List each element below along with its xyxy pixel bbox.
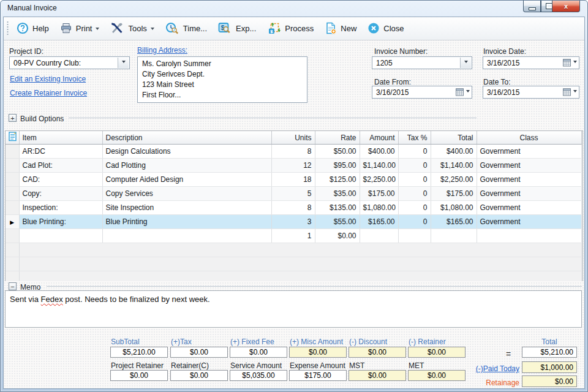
grid-cell-amount[interactable]: $400.00 — [360, 145, 398, 159]
project-id-dropdown-button[interactable] — [118, 58, 129, 68]
grid-cell-units[interactable]: 3 — [271, 215, 315, 229]
totals-top-value[interactable]: $0.00 — [230, 347, 287, 358]
invoice-date-field[interactable]: 3/16/2015 — [483, 56, 579, 69]
invoice-number-dropdown-button[interactable] — [460, 58, 471, 68]
grid-cell-amount[interactable]: $175.00 — [360, 187, 398, 201]
date-from-field[interactable]: 3/16/2015 — [372, 86, 472, 99]
edit-existing-invoice-link[interactable]: Edit an Existing Invoice — [10, 75, 86, 83]
select-all-header[interactable] — [6, 131, 19, 145]
help-button[interactable]: Help — [11, 18, 55, 39]
print-button[interactable]: Print — [55, 18, 105, 39]
totals-bottom-value[interactable]: $175.00 — [289, 370, 347, 381]
billing-address-link[interactable]: Billing Address: — [137, 46, 187, 55]
column-header-tax[interactable]: Tax % — [398, 131, 431, 145]
time-button[interactable]: Time... — [160, 18, 213, 39]
totals-bottom-value[interactable]: $0.00 — [349, 370, 406, 381]
grid-cell-class[interactable]: Government — [477, 201, 581, 215]
memo-textbox[interactable]: Sent via Fedex post. Needs to be finaliz… — [5, 290, 582, 328]
grid-cell-units[interactable]: 5 — [271, 187, 315, 201]
totals-top-value[interactable]: $0.00 — [408, 347, 466, 358]
column-header-description[interactable]: Description — [102, 131, 271, 145]
grid-cell-class[interactable]: Government — [477, 145, 581, 159]
column-header-item[interactable]: Item — [19, 131, 102, 145]
paid-today-value[interactable]: $1,000.00 — [522, 361, 577, 373]
column-header-total[interactable]: Total — [431, 131, 477, 145]
grid-cell-tax[interactable]: 0 — [398, 145, 431, 159]
totals-bottom-value[interactable]: $5,035.00 — [230, 370, 287, 381]
row-selector[interactable] — [6, 145, 19, 159]
memo-collapse-button[interactable]: − — [9, 282, 17, 290]
row-selector[interactable] — [6, 159, 19, 173]
grid-cell-description[interactable]: Computer Aided Design — [102, 173, 271, 187]
totals-top-value[interactable]: $0.00 — [170, 347, 228, 358]
grid-cell-class[interactable]: Government — [477, 173, 581, 187]
grid-cell-units[interactable]: 8 — [271, 201, 315, 215]
grid-cell-description[interactable]: Cad Plotting — [102, 159, 271, 173]
new-button[interactable]: New — [319, 18, 362, 39]
close-window-button[interactable]: x — [552, 1, 580, 12]
tools-button[interactable]: Tools — [105, 18, 159, 39]
grid-cell-amount[interactable]: $2,250.00 — [360, 173, 398, 187]
row-selector[interactable] — [6, 243, 19, 257]
grid-cell-class[interactable]: Government — [477, 159, 581, 173]
grid-cell-total[interactable] — [431, 229, 477, 243]
column-header-units[interactable]: Units — [271, 131, 315, 145]
grid-cell-item[interactable]: Blue Printing: — [19, 215, 102, 229]
grid-cell-total[interactable]: $2,250.00 — [431, 173, 477, 187]
totals-top-value[interactable]: $0.00 — [289, 347, 347, 358]
grid-cell-item[interactable]: CAD: — [19, 173, 102, 187]
grid-cell-rate[interactable]: $55.00 — [315, 215, 360, 229]
process-button[interactable]: Process — [262, 18, 319, 39]
grid-cell-rate[interactable]: $135.00 — [315, 201, 360, 215]
totals-top-value[interactable]: $5,210.00 — [110, 347, 168, 358]
grid-cell-amount[interactable]: $1,140.00 — [360, 159, 398, 173]
column-header-amount[interactable]: Amount — [360, 131, 398, 145]
grid-cell-total[interactable]: $1,140.00 — [431, 159, 477, 173]
grid-cell-class[interactable]: Government — [477, 187, 581, 201]
totals-bottom-value[interactable]: $0.00 — [170, 370, 228, 381]
column-header-class[interactable]: Class — [477, 131, 581, 145]
grid-cell-tax[interactable]: 0 — [398, 173, 431, 187]
grid-cell-units[interactable]: 8 — [271, 145, 315, 159]
close-button[interactable]: Close — [362, 18, 409, 39]
project-id-combobox[interactable]: 09-PV Country Club: — [9, 56, 130, 69]
grid-cell-rate[interactable]: $50.00 — [315, 145, 360, 159]
paid-today-link[interactable]: (-)Paid Today — [453, 364, 519, 373]
grid-cell-description[interactable]: Design Calculations — [102, 145, 271, 159]
row-selector[interactable] — [6, 229, 19, 243]
totals-top-value[interactable]: $0.00 — [349, 347, 406, 358]
date-from-picker-button[interactable] — [456, 88, 470, 96]
grid-cell-tax[interactable]: 0 — [398, 159, 431, 173]
retainage-value[interactable]: $0.00 — [522, 375, 577, 387]
grid-cell-description[interactable]: Copy Services — [102, 187, 271, 201]
grid-cell-total[interactable]: $175.00 — [431, 187, 477, 201]
create-retainer-invoice-link[interactable]: Create Retainer Invoice — [10, 89, 87, 97]
invoice-number-combobox[interactable]: 1205 — [372, 56, 472, 69]
grid-cell-rate[interactable]: $95.00 — [315, 159, 360, 173]
grid-cell-units[interactable]: 18 — [271, 173, 315, 187]
grid-cell-amount[interactable]: $165.00 — [360, 215, 398, 229]
grid-cell-units[interactable]: 12 — [271, 159, 315, 173]
date-to-field[interactable]: 3/16/2015 — [483, 86, 579, 99]
date-to-picker-button[interactable] — [563, 88, 577, 96]
invoice-date-picker-button[interactable] — [563, 59, 577, 67]
total-value[interactable]: $5,210.00 — [522, 347, 577, 358]
grid-cell-item[interactable]: Inspection: — [19, 201, 102, 215]
grid-cell-tax[interactable]: 0 — [398, 187, 431, 201]
grid-cell-amount[interactable] — [360, 229, 398, 243]
billing-address-box[interactable]: Ms. Carolyn Summer City Serivces Dept. 1… — [137, 56, 307, 103]
grid-cell-total[interactable]: $400.00 — [431, 145, 477, 159]
grid-cell-item[interactable]: Cad Plot: — [19, 159, 102, 173]
grid-cell-description[interactable] — [102, 229, 271, 243]
grid-cell-description[interactable]: Blue Printing — [102, 215, 271, 229]
grid-cell-rate[interactable]: $35.00 — [315, 187, 360, 201]
grid-cell-tax[interactable]: 0 — [398, 215, 431, 229]
grid-cell-total[interactable]: $165.00 — [431, 215, 477, 229]
build-options-expand-button[interactable]: + — [9, 114, 17, 122]
grid-cell-rate[interactable]: $125.00 — [315, 173, 360, 187]
grid-cell-tax[interactable] — [398, 229, 431, 243]
row-selector[interactable]: ▶ — [6, 215, 19, 229]
grid-cell-item[interactable]: Copy: — [19, 187, 102, 201]
row-selector[interactable] — [6, 271, 19, 282]
column-header-rate[interactable]: Rate — [315, 131, 360, 145]
